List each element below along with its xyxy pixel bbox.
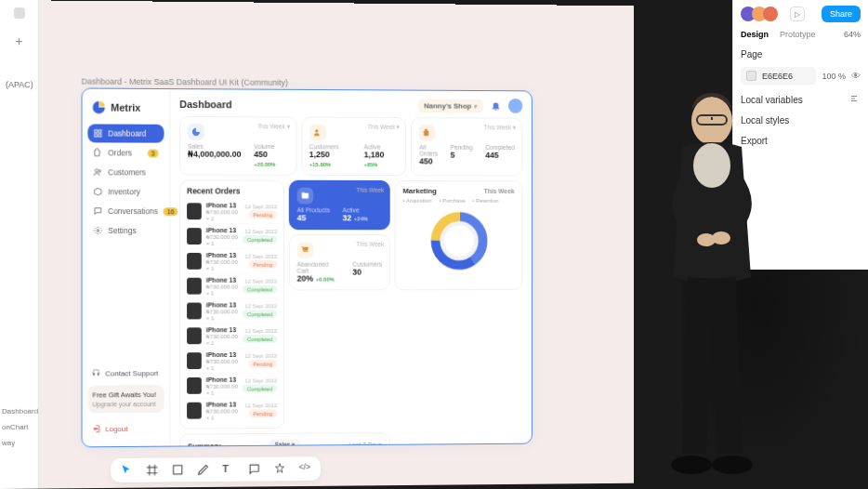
dev-icon[interactable]: </> (299, 462, 312, 475)
left-layer-labels: Dashboard onChart way (2, 407, 38, 447)
stats-cards: This Week ▾Sales₦4,000,000.00 Volume450 … (179, 116, 522, 177)
sidebar-item-conversations[interactable]: Conversations16 (87, 202, 164, 220)
sidebar-item-orders[interactable]: Orders3 (87, 143, 164, 162)
gear-icon (93, 226, 102, 235)
status-badge: Completed (243, 310, 277, 318)
tab-prototype[interactable]: Prototype (780, 30, 816, 39)
stat: All Products45 (297, 206, 330, 222)
cart-icon (297, 242, 314, 258)
stat-card[interactable]: This Week ▾Customers1,250 +15.80%Active1… (301, 117, 407, 177)
order-row[interactable]: iPhone 13₦730,000.00 × 112 Sept 2022Comp… (187, 274, 277, 299)
stat: All Orders450 (419, 144, 438, 166)
breadcrumb: Dashboard - Metrix SaaS Dashboard UI Kit… (82, 77, 288, 87)
order-row[interactable]: iPhone 13₦730,000.00 × 112 Sept 2022Comp… (187, 224, 277, 249)
file-icon[interactable] (13, 7, 24, 19)
svg-rect-13 (174, 466, 182, 474)
stat-card[interactable]: This Week ▾Sales₦4,000,000.00 Volume450 … (179, 116, 296, 176)
text-icon[interactable]: T (222, 463, 235, 476)
donut-chart (427, 209, 490, 273)
recent-orders: Recent Orders iPhone 13₦730,000.00 × 112… (179, 179, 284, 429)
product-thumb (187, 278, 202, 295)
gift-title: Free Gift Awaits You! (92, 390, 159, 399)
status-badge: Completed (243, 235, 277, 244)
svg-rect-2 (95, 134, 98, 137)
summary-card[interactable]: Summary Sales ▾ Last 7 Days 100k Sept 10… (179, 432, 390, 446)
order-row[interactable]: iPhone 13₦730,000.00 × 112 Sept 2022Comp… (187, 298, 277, 324)
svg-point-7 (315, 129, 318, 132)
folder-icon (297, 188, 314, 205)
svg-point-6 (97, 230, 99, 231)
stat-card[interactable]: This Week ▾All Orders450 Pending5 Comple… (411, 117, 522, 176)
order-row[interactable]: iPhone 13₦730,000.00 × 112 Sept 2022Pend… (187, 249, 277, 274)
logout-button[interactable]: Logout (87, 420, 164, 437)
order-row[interactable]: iPhone 13₦730,000.00 × 112 Sept 2022Pend… (187, 349, 277, 374)
rect-icon[interactable] (171, 463, 184, 476)
svg-point-19 (712, 231, 730, 244)
products-card[interactable]: This Week All Products45 Active32 +24% (289, 180, 390, 230)
order-row[interactable]: iPhone 13₦730,000.00 × 112 Sept 2022Comp… (187, 374, 277, 399)
logo-icon (91, 100, 106, 115)
zoom-level[interactable]: 64% (844, 30, 861, 39)
summary-period[interactable]: Last 7 Days (349, 441, 382, 445)
recent-orders-title: Recent Orders (187, 186, 277, 195)
tab-design[interactable]: Design (741, 30, 769, 39)
settings-icon[interactable] (849, 93, 861, 104)
stat: Completed445 (485, 144, 515, 166)
marketing-card[interactable]: Marketing This Week AcquisitionPurchaseR… (395, 180, 523, 290)
page-bg-input[interactable]: E6E6E6 (741, 67, 816, 85)
comment-icon[interactable] (248, 463, 261, 476)
sidebar-item-inventory[interactable]: Inventory (87, 182, 164, 201)
avatar[interactable] (508, 99, 522, 113)
visibility-icon[interactable]: 👁 (851, 71, 861, 81)
product-thumb (187, 303, 202, 320)
contact-support-button[interactable]: Contact Support (87, 364, 164, 381)
bell-icon[interactable] (491, 100, 502, 112)
bag-icon (419, 125, 435, 141)
share-button[interactable]: Share (822, 6, 861, 22)
status-badge: Completed (243, 285, 277, 294)
gift-card[interactable]: Free Gift Awaits You! Upgrade your accou… (87, 385, 164, 413)
presenter-figure (639, 89, 779, 489)
prototype-play-button[interactable]: ▷ (790, 7, 805, 21)
page-title: Dashboard (179, 99, 231, 110)
color-chip[interactable] (746, 71, 756, 81)
order-row[interactable]: iPhone 13₦730,000.00 × 112 Sept 2022Comp… (187, 324, 277, 349)
chat-icon (93, 206, 102, 216)
stat: Active32 +24% (343, 207, 368, 223)
summary-title: Summary (188, 442, 221, 446)
sidebar-item-dashboard[interactable]: Dashboard (87, 124, 164, 142)
add-page-button[interactable]: + (15, 33, 22, 48)
figma-toolbar[interactable]: T </> (111, 456, 321, 482)
pointer-icon[interactable] (120, 464, 133, 477)
panel-tabs[interactable]: Design Prototype (741, 30, 816, 39)
status-badge: Completed (243, 335, 277, 343)
dashboard-frame[interactable]: Metrix DashboardOrders3CustomersInventor… (82, 88, 533, 448)
svg-point-12 (444, 226, 474, 257)
product-thumb (187, 203, 202, 219)
summary-filter[interactable]: Sales ▾ (270, 440, 301, 446)
svg-point-20 (671, 456, 712, 474)
app-sidebar: Metrix DashboardOrders3CustomersInventor… (83, 89, 171, 447)
svg-point-17 (693, 143, 730, 188)
cart-card[interactable]: This Week Abandoned Cart20% +0.00%Custom… (289, 234, 390, 290)
badge: 3 (148, 149, 159, 157)
shop-selector[interactable]: Nanny's Shop ▾ (417, 99, 483, 112)
stat: Volume450 +20.00% (254, 143, 288, 168)
sidebar-item-settings[interactable]: Settings (87, 221, 164, 240)
apac-label: (APAC) (6, 80, 33, 89)
stat: Customers30 (352, 261, 382, 284)
gift-subtitle: Upgrade your account (92, 401, 159, 407)
collaborator-avatars[interactable] (741, 7, 774, 21)
svg-rect-0 (95, 130, 98, 133)
frame-icon[interactable] (146, 464, 159, 477)
svg-point-4 (95, 169, 98, 172)
order-row[interactable]: iPhone 13₦730,000.00 × 112 Sept 2022Pend… (187, 199, 277, 224)
headset-icon (91, 368, 100, 377)
pen-icon[interactable] (197, 463, 210, 476)
sidebar-item-customers[interactable]: Customers (87, 163, 164, 181)
page-opacity[interactable]: 100 % (822, 72, 846, 81)
marketing-title: Marketing (402, 187, 437, 195)
brand: Metrix (87, 99, 164, 125)
actions-icon[interactable] (273, 462, 286, 475)
order-row[interactable]: iPhone 13₦730,000.00 × 112 Sept 2022Pend… (187, 398, 277, 422)
